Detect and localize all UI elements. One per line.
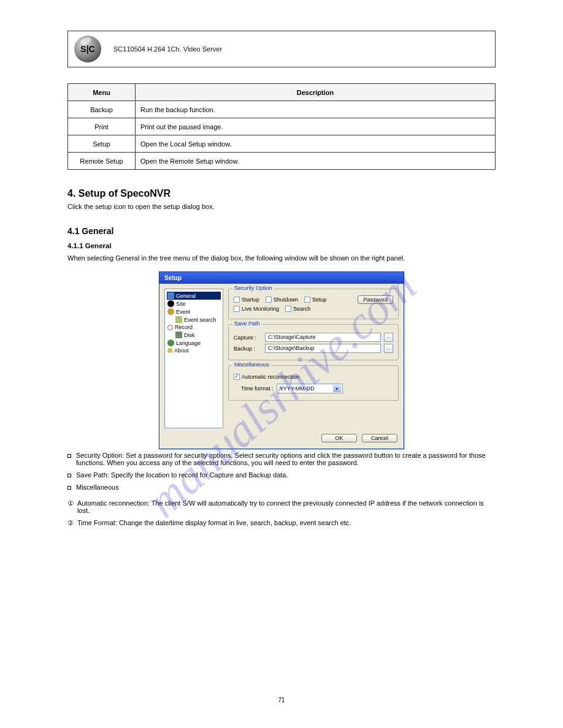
checkbox-setup[interactable]: Setup bbox=[304, 297, 327, 303]
capture-path-input[interactable]: C:\Storage\Capture bbox=[265, 333, 381, 342]
cell-menu: Backup bbox=[68, 101, 136, 118]
cell-desc: Print out the paused image. bbox=[136, 118, 496, 135]
tree-item-record[interactable]: Record bbox=[167, 324, 221, 331]
chevron-down-icon: ▼ bbox=[333, 385, 341, 392]
event-icon bbox=[167, 308, 174, 315]
checkbox-search[interactable]: Search bbox=[285, 306, 311, 312]
page-number: 71 bbox=[278, 697, 285, 703]
numbered-item: ① Automatic reconnection: The client S/W… bbox=[67, 499, 496, 514]
col-desc: Description bbox=[136, 84, 496, 101]
table-row: Print Print out the paused image. bbox=[68, 118, 496, 135]
checkbox-icon bbox=[234, 297, 240, 303]
bullet-text: Security Option: Set a password for secu… bbox=[76, 452, 496, 466]
bullet-icon bbox=[67, 454, 71, 458]
tree-label: Language bbox=[176, 340, 201, 346]
tree-item-general[interactable]: General bbox=[167, 292, 221, 300]
checkbox-icon bbox=[285, 306, 291, 312]
subsection-heading: 4.1 General bbox=[67, 226, 496, 236]
section-intro: Click the setup icon to open the setup d… bbox=[67, 203, 496, 210]
section-title: 4. Setup of SpecoNVR bbox=[67, 188, 496, 199]
menu-description-table: Menu Description Backup Run the backup f… bbox=[67, 83, 496, 170]
save-path-group: Save Path Capture : C:\Storage\Capture …… bbox=[228, 324, 399, 360]
tree-item-language[interactable]: Language bbox=[167, 339, 221, 347]
chk-label: Shutdown bbox=[274, 297, 298, 303]
ok-button[interactable]: OK bbox=[321, 434, 357, 442]
table-row: Backup Run the backup function. bbox=[68, 101, 496, 118]
tree-item-event-search[interactable]: Event search bbox=[167, 316, 221, 324]
numbered-item: ② Time Format: Change the date/time disp… bbox=[67, 519, 496, 527]
tree-label: Event bbox=[176, 309, 190, 315]
number-icon: ① bbox=[67, 499, 74, 514]
subsection-body: When selecting General in the tree menu … bbox=[67, 254, 496, 262]
checkbox-icon bbox=[304, 297, 310, 303]
setup-dialog: Setup General Site Event Event search Re… bbox=[159, 271, 404, 449]
password-button[interactable]: Password bbox=[358, 295, 393, 304]
chk-label: Automatic reconnection bbox=[242, 374, 299, 380]
tree-label: Event search bbox=[184, 317, 216, 323]
general-icon bbox=[167, 292, 174, 299]
select-value: YYYY-MM-DD bbox=[280, 385, 315, 392]
event-search-icon bbox=[175, 316, 182, 323]
about-icon bbox=[167, 348, 172, 353]
cell-desc: Open the Remote Setup window. bbox=[136, 153, 496, 170]
group-legend: Miscellaneous bbox=[232, 362, 271, 368]
checkbox-checked-icon bbox=[234, 374, 240, 380]
tree-item-event[interactable]: Event bbox=[167, 308, 221, 316]
chk-label: Setup bbox=[312, 297, 327, 303]
brand-logo-text: S|C bbox=[80, 44, 94, 54]
checkbox-shutdown[interactable]: Shutdown bbox=[266, 297, 298, 303]
bullet-icon bbox=[67, 486, 71, 490]
misc-group: Miscellaneous Automatic reconnection Tim… bbox=[228, 365, 399, 401]
dialog-titlebar: Setup bbox=[159, 272, 404, 284]
bullet-text: Miscellaneous bbox=[76, 483, 119, 491]
checkbox-live-monitoring[interactable]: Live Monitoring bbox=[234, 306, 279, 312]
group-legend: Save Path bbox=[232, 320, 262, 327]
backup-label: Backup : bbox=[234, 346, 262, 352]
numbered-text: Time Format: Change the date/time displa… bbox=[77, 519, 351, 527]
tree-item-site[interactable]: Site bbox=[167, 300, 221, 308]
tree-label: About bbox=[174, 347, 189, 354]
setup-tree[interactable]: General Site Event Event search Record D… bbox=[164, 289, 223, 428]
cancel-button[interactable]: Cancel bbox=[362, 434, 397, 442]
browse-capture-button[interactable]: … bbox=[384, 333, 393, 342]
chk-label: Search bbox=[293, 306, 311, 312]
bullet-icon bbox=[67, 474, 71, 477]
group-legend: Security Option bbox=[232, 285, 274, 291]
checkbox-auto-reconnect[interactable]: Automatic reconnection bbox=[234, 374, 299, 380]
capture-label: Capture : bbox=[234, 335, 262, 341]
record-icon bbox=[167, 325, 173, 330]
cell-menu: Remote Setup bbox=[68, 153, 136, 170]
number-icon: ② bbox=[67, 519, 74, 527]
language-icon bbox=[167, 339, 174, 346]
time-format-select[interactable]: YYYY-MM-DD ▼ bbox=[277, 384, 343, 393]
cell-menu: Setup bbox=[68, 135, 136, 153]
tree-label: Record bbox=[175, 324, 193, 330]
checkbox-icon bbox=[234, 306, 240, 312]
table-row: Setup Open the Local Setup window. bbox=[68, 135, 496, 153]
disk-icon bbox=[175, 332, 182, 338]
tree-item-disk[interactable]: Disk bbox=[167, 331, 221, 339]
cell-desc: Open the Local Setup window. bbox=[136, 135, 496, 153]
subsubsection-heading: 4.1.1 General bbox=[67, 242, 496, 249]
tree-label: Disk bbox=[184, 332, 195, 338]
chk-label: Live Monitoring bbox=[242, 306, 279, 312]
cell-desc: Run the backup function. bbox=[136, 101, 496, 118]
bullet-item: Save Path: Specify the location to recor… bbox=[67, 471, 496, 479]
backup-path-input[interactable]: C:\Storage\Backup bbox=[265, 344, 381, 353]
chk-label: Startup bbox=[242, 297, 259, 303]
tree-label: General bbox=[176, 293, 196, 299]
col-menu: Menu bbox=[68, 84, 136, 101]
bullet-item: Miscellaneous bbox=[67, 483, 496, 491]
bullet-item: Security Option: Set a password for secu… bbox=[67, 452, 496, 466]
tree-item-about[interactable]: About bbox=[167, 347, 221, 354]
table-row: Remote Setup Open the Remote Setup windo… bbox=[68, 153, 496, 170]
browse-backup-button[interactable]: … bbox=[384, 344, 393, 353]
checkbox-icon bbox=[266, 297, 272, 303]
tree-label: Site bbox=[176, 301, 186, 307]
numbered-text: Automatic reconnection: The client S/W w… bbox=[77, 499, 496, 514]
cell-menu: Print bbox=[68, 118, 136, 135]
brand-logo-icon: S|C bbox=[74, 36, 101, 63]
site-icon bbox=[167, 300, 174, 307]
time-format-label: Time format : bbox=[241, 385, 274, 392]
checkbox-startup[interactable]: Startup bbox=[234, 297, 259, 303]
